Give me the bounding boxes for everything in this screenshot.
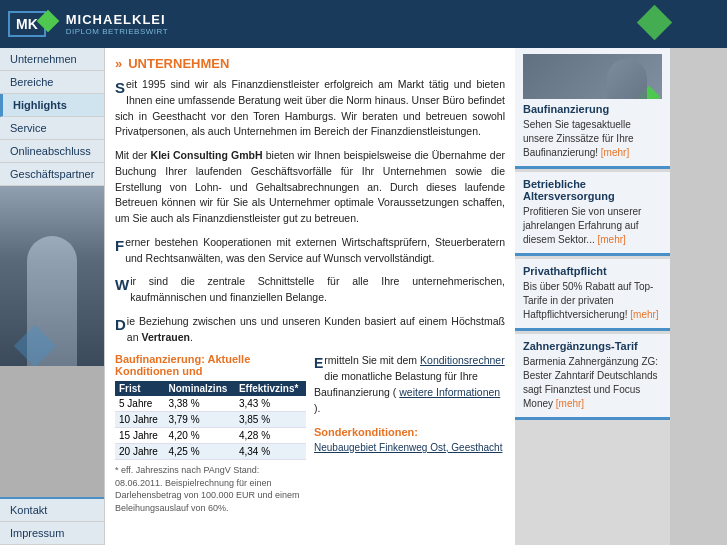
first-letter-s: S	[115, 77, 125, 100]
right-box-title-privathaftpflicht: Privathaftpflicht	[523, 265, 662, 277]
right-box-title-altersversorgung: Betriebliche Altersversorgung	[523, 178, 662, 202]
table-cell: 4,28 %	[235, 428, 306, 444]
table-header-frist: Frist	[115, 381, 164, 396]
right-box-zahnergang: Zahnergänzungs-Tarif Barmenia Zahnergänz…	[515, 334, 670, 420]
right-box-link-privathaftpflicht[interactable]: [mehr]	[630, 309, 658, 320]
right-box-link-altersversorgung[interactable]: [mehr]	[597, 234, 625, 245]
table-cell: 5 Jahre	[115, 396, 164, 412]
table-cell: 4,25 %	[164, 444, 234, 460]
section-title-text: UNTERNEHMEN	[128, 56, 229, 71]
table-cell: 3,79 %	[164, 412, 234, 428]
paragraph-5: Die Beziehung zwischen uns und unseren K…	[115, 314, 505, 346]
right-box-altersversorgung: Betriebliche Altersversorgung Profitiere…	[515, 172, 670, 256]
right-box-link-baufinanzierung[interactable]: [mehr]	[601, 147, 629, 158]
table-cell: 20 Jahre	[115, 444, 164, 460]
right-box-privathaftpflicht: Privathaftpflicht Bis über 50% Rabatt au…	[515, 259, 670, 331]
right-box-text-zahnergang: Barmenia Zahnergänzung ZG: Bester Zahnta…	[523, 356, 658, 409]
header: MK MICHAELKLEI DIPLOM BETRIEBSWIRT	[0, 0, 727, 48]
sidebar-item-impressum[interactable]: Impressum	[0, 522, 104, 545]
logo-title: DIPLOM BETRIEBSWIRT	[66, 27, 168, 36]
table-cell: 3,85 %	[235, 412, 306, 428]
main-layout: Unternehmen Bereiche Highlights Service …	[0, 48, 727, 545]
sidebar-item-geschaeftspartner[interactable]: Geschäftspartner	[0, 163, 104, 186]
first-letter-w: W	[115, 274, 129, 297]
sidebar-image	[0, 186, 104, 497]
nav-bottom: Kontakt Impressum	[0, 497, 104, 545]
right-box-title-zahnergang: Zahnergänzungs-Tarif	[523, 340, 662, 352]
table-row: 15 Jahre4,20 %4,28 %	[115, 428, 306, 444]
paragraph-4: Wir sind die zentrale Schnittstelle für …	[115, 274, 505, 306]
finance-table: Frist Nominalzins Effektivzins* 5 Jahre3…	[115, 381, 306, 460]
table-cell: 4,20 %	[164, 428, 234, 444]
section-title: » UNTERNEHMEN	[115, 56, 505, 71]
weitere-info-link[interactable]: weitere Informationen	[399, 386, 500, 398]
table-note: * eff. Jahreszins nach PAngV Stand: 08.0…	[115, 464, 306, 514]
table-header-effektiv: Effektivzins*	[235, 381, 306, 396]
table-row: 5 Jahre3,38 %3,43 %	[115, 396, 306, 412]
main-content: » UNTERNEHMEN Seit 1995 sind wir als Fin…	[105, 48, 515, 545]
right-sidebar: Baufinanzierung Sehen Sie tagesaktuelle …	[515, 48, 670, 545]
sidebar-item-kontakt[interactable]: Kontakt	[0, 499, 104, 522]
arrow-icon: »	[115, 56, 122, 71]
sidebar-item-service[interactable]: Service	[0, 117, 104, 140]
sidebar-person-image	[0, 186, 104, 366]
header-diamond-icon	[637, 5, 672, 40]
table-row: 20 Jahre4,25 %4,34 %	[115, 444, 306, 460]
sidebar: Unternehmen Bereiche Highlights Service …	[0, 48, 105, 545]
baufinanzierung-section: Baufinanzierung: Aktuelle Konditionen un…	[115, 353, 505, 514]
logo: MK MICHAELKLEI DIPLOM BETRIEBSWIRT	[8, 11, 168, 37]
paragraph-3: Ferner bestehen Kooperationen mit extern…	[115, 235, 505, 267]
table-cell: 3,38 %	[164, 396, 234, 412]
right-box-title-baufinanzierung: Baufinanzierung	[523, 103, 662, 115]
table-row: 10 Jahre3,79 %3,85 %	[115, 412, 306, 428]
sonderkonditionen-title: Sonderkonditionen:	[314, 424, 505, 441]
right-box-image-baufinanzierung	[523, 54, 662, 99]
sonderkonditionen-link[interactable]: Neubaugebiet Finkenweg Ost, Geesthacht	[314, 441, 505, 455]
logo-name: MICHAELKLEI	[66, 12, 168, 27]
right-box-baufinanzierung: Baufinanzierung Sehen Sie tagesaktuelle …	[515, 48, 670, 169]
table-header-nominal: Nominalzins	[164, 381, 234, 396]
sidebar-item-unternehmen[interactable]: Unternehmen	[0, 48, 104, 71]
baufinanzierung-title: Baufinanzierung: Aktuelle Konditionen un…	[115, 353, 306, 377]
sidebar-item-highlights[interactable]: Highlights	[0, 94, 104, 117]
table-cell: 10 Jahre	[115, 412, 164, 428]
baufinanzierung-left: Baufinanzierung: Aktuelle Konditionen un…	[115, 353, 306, 514]
sidebar-item-bereiche[interactable]: Bereiche	[0, 71, 104, 94]
table-cell: 15 Jahre	[115, 428, 164, 444]
paragraph-2: Mit der Klei Consulting GmbH bieten wir …	[115, 148, 505, 227]
konditionsrechner-link[interactable]: Konditionsrechner	[420, 354, 505, 366]
baufinanzierung-layout: Baufinanzierung: Aktuelle Konditionen un…	[115, 353, 505, 514]
sidebar-item-onlineabschluss[interactable]: Onlineabschluss	[0, 140, 104, 163]
right-box-link-zahnergang[interactable]: [mehr]	[556, 398, 584, 409]
paragraph-1: Seit 1995 sind wir als Finanzdienstleist…	[115, 77, 505, 140]
sonderkonditionen-section: Sonderkonditionen: Neubaugebiet Finkenwe…	[314, 424, 505, 455]
table-cell: 4,34 %	[235, 444, 306, 460]
ermitteln-section: E rmitteln Sie mit dem Konditionsrechner…	[314, 353, 505, 514]
first-letter-d: D	[115, 314, 126, 337]
first-letter-f: F	[115, 235, 124, 258]
table-cell: 3,43 %	[235, 396, 306, 412]
